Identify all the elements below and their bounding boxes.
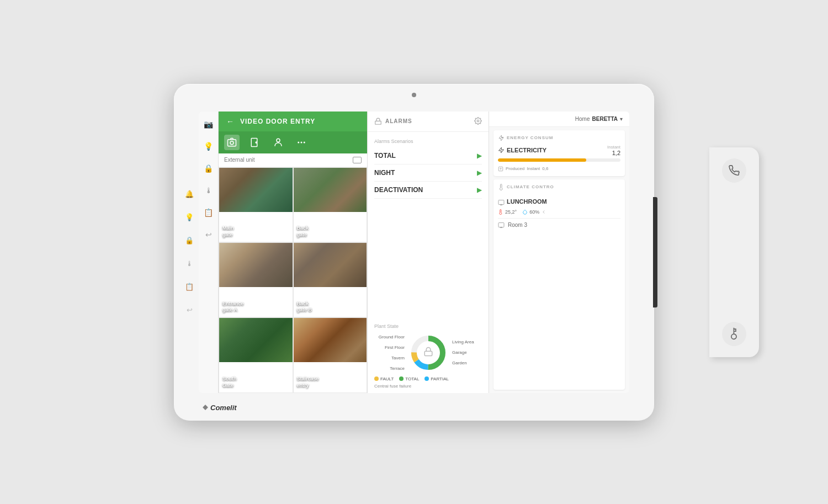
produced-row: Produced Instant 0,6 — [498, 166, 620, 172]
gate-cell-back-b[interactable]: Backgate B — [293, 242, 368, 317]
tablet-left-icons: 🔔 💡 🔒 🌡 📋 ↩ — [184, 189, 195, 316]
alarm-scenario-night[interactable]: NIGHT ▶ — [374, 165, 482, 182]
left-sidebar: 📷 💡 🔒 🌡 📋 ↩ — [199, 112, 219, 393]
scenario-deactivation-label: DEACTIVATION — [374, 186, 423, 194]
plant-state-title: Plant State — [374, 323, 482, 329]
svg-point-4 — [277, 139, 280, 142]
svg-rect-15 — [424, 351, 432, 356]
svg-point-9 — [477, 120, 479, 122]
fault-text: Central fuse failure — [374, 384, 482, 389]
bezel-icon-2: 💡 — [184, 212, 195, 223]
vde-tabs — [219, 131, 367, 153]
vde-tab-more[interactable] — [294, 135, 309, 150]
bezel-icon-6: ↩ — [184, 305, 195, 316]
bezel-icon-4: 🌡 — [184, 258, 195, 269]
electricity-label: ELECTRICITY — [507, 147, 546, 153]
svg-point-7 — [304, 141, 305, 143]
legend-total-dot — [399, 376, 404, 381]
nav-icon-temp[interactable]: 🌡 — [203, 184, 215, 197]
gate-label-entrance-a: Entrancegate A — [222, 301, 244, 314]
instant-label: Instant — [607, 145, 620, 150]
room3-label: Room 3 — [508, 222, 527, 228]
gate-cell-south[interactable]: SouthGate — [219, 317, 293, 392]
vde-panel: ← VIDEO DOOR ENTRY — [219, 112, 368, 393]
legend-partial: PARTIAL — [424, 376, 449, 381]
scenario-night-label: NIGHT — [374, 169, 395, 177]
plant-labels-right: Living Area Garage Garden — [452, 339, 482, 365]
energy-bar-fill — [498, 158, 586, 162]
bezel-icon-1: 🔔 — [184, 189, 195, 200]
gate-cell-entrance-a[interactable]: Entrancegate A — [219, 242, 293, 317]
nav-icon-light[interactable]: 💡 — [203, 140, 215, 152]
scenario-total-label: TOTAL — [374, 152, 396, 160]
electricity-row: ELECTRICITY Instant 1,2 — [498, 145, 620, 156]
room-lunchroom[interactable]: LUNCHROOM 25,2° 60% — [498, 195, 620, 219]
home-dropdown-arrow[interactable]: ▾ — [620, 116, 623, 122]
donut-chart — [409, 333, 448, 372]
electricity-icon: ELECTRICITY — [498, 147, 546, 153]
plant-label-ground: Ground Floor — [374, 335, 405, 339]
legend-fault: FAULT — [374, 376, 394, 381]
gate-cell-back[interactable]: Backgate — [293, 167, 368, 242]
nav-icon-lock[interactable]: 🔒 — [203, 162, 215, 174]
alarms-settings-icon[interactable] — [474, 117, 482, 126]
lunchroom-name: LUNCHROOM — [507, 198, 547, 205]
produced-label: Produced — [506, 166, 524, 171]
plant-labels-left: Ground Floor First Floor Tavern Terrace — [374, 335, 405, 371]
main-screen: 📷 💡 🔒 🌡 📋 ↩ ← VIDEO DOOR ENTRY — [199, 112, 629, 393]
lunchroom-temp-value: 25,2° — [505, 209, 517, 215]
svg-rect-0 — [228, 139, 236, 146]
nav-icon-list[interactable]: 📋 — [203, 206, 215, 219]
vde-tab-person[interactable] — [270, 135, 286, 150]
svg-point-5 — [298, 141, 299, 143]
room3-item[interactable]: Room 3 — [498, 219, 620, 232]
gate-cell-staircase[interactable]: Staircaseentry — [293, 317, 368, 392]
legend-partial-label: PARTIAL — [431, 376, 449, 381]
scenario-night-arrow: ▶ — [477, 169, 482, 177]
donut-lock-icon — [423, 347, 433, 359]
external-unit-row: External unit — [219, 153, 367, 167]
right-panel-header: Home BERETTA ▾ — [489, 112, 629, 127]
home-label: Home BERETTA ▾ — [575, 116, 623, 122]
nav-icon-camera[interactable]: 📷 — [203, 118, 215, 130]
plant-label-garage: Garage — [452, 350, 482, 355]
right-edge-bar — [653, 197, 657, 307]
alarms-panel-header: ALARMS — [368, 112, 489, 132]
alarm-scenario-total[interactable]: TOTAL ▶ — [374, 147, 482, 165]
plant-label-living: Living Area — [452, 339, 482, 344]
plant-label-first: First Floor — [374, 345, 405, 350]
side-key-button[interactable] — [722, 322, 746, 346]
alarm-scenario-deactivation[interactable]: DEACTIVATION ▶ — [374, 182, 482, 199]
instant-value: 1,2 — [612, 150, 620, 156]
climate-header: CLIMATE CONTRO — [498, 184, 620, 190]
right-panel: Home BERETTA ▾ ENERGY CONSUM ELECTRI — [489, 112, 629, 393]
svg-rect-17 — [498, 200, 504, 204]
bezel-icon-5: 📋 — [184, 282, 195, 293]
vde-tab-door[interactable] — [247, 135, 263, 150]
device-wrapper: 🔔 💡 🔒 🌡 📋 ↩ 📷 💡 🔒 🌡 📋 ↩ ← — [110, 59, 718, 445]
lunchroom-temp: 25,2° — [498, 209, 517, 215]
bezel-icon-3: 🔒 — [184, 235, 195, 246]
vde-title: VIDEO DOOR ENTRY — [240, 118, 315, 125]
plant-legend: FAULT TOTAL PARTIAL — [374, 376, 482, 381]
gate-cell-main[interactable]: Maingate — [219, 167, 293, 242]
climate-title: CLIMATE CONTRO — [507, 184, 554, 189]
side-call-button[interactable] — [722, 158, 746, 183]
gate-label-main: Maingate — [222, 225, 234, 238]
legend-fault-label: FAULT — [380, 376, 394, 381]
vde-tab-camera[interactable] — [224, 135, 240, 150]
plant-state: Plant State Ground Floor First Floor Tav… — [368, 319, 489, 393]
home-text: Home — [575, 116, 590, 122]
back-arrow[interactable]: ← — [226, 117, 235, 126]
nav-icon-back[interactable]: ↩ — [203, 229, 215, 241]
tablet-body: 🔔 💡 🔒 🌡 📋 ↩ 📷 💡 🔒 🌡 📋 ↩ ← — [174, 84, 654, 421]
gate-label-staircase: Staircaseentry — [297, 376, 319, 389]
energy-section: ENERGY CONSUM ELECTRICITY Instant 1,2 — [493, 130, 625, 176]
energy-title: ENERGY CONSUM — [507, 135, 553, 140]
plant-label-garden: Garden — [452, 360, 482, 365]
alarms-panel: ALARMS Alarms Scenarios TOTAL ▶ NIGHT ▶ — [368, 112, 489, 393]
gate-grid: Maingate Backgate Entrancegate A Backgat… — [219, 167, 367, 393]
lunchroom-humidity: 60% — [522, 209, 546, 215]
legend-fault-dot — [374, 376, 379, 381]
legend-total: TOTAL — [399, 376, 419, 381]
